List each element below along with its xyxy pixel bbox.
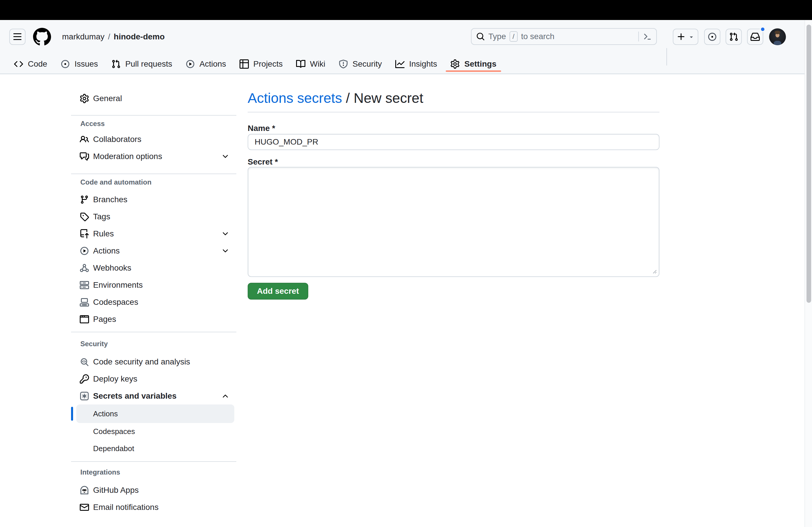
github-logo[interactable]: [33, 28, 51, 46]
title-divider: [248, 112, 659, 112]
actions-secrets-link[interactable]: Actions secrets: [248, 90, 342, 106]
three-bars-icon: [13, 32, 22, 42]
sidebar-item-code-security[interactable]: Code security and analysis: [71, 353, 236, 370]
browser-icon: [80, 315, 89, 324]
search-placeholder-prefix: Type: [488, 32, 506, 41]
repo-tab-nav: Code Issues Pull requests Actions Projec…: [9, 55, 505, 74]
search-icon: [476, 32, 485, 41]
git-pull-request-icon: [729, 32, 738, 42]
scrollbar-track[interactable]: [804, 20, 812, 527]
git-pull-request-icon: [111, 59, 121, 69]
global-nav-menu-button[interactable]: [9, 29, 26, 45]
sidebar-item-secrets-and-variables[interactable]: Secrets and variables: [71, 387, 236, 404]
settings-sidebar: General Access Collaborators Moderation …: [71, 90, 236, 516]
secret-value-textarea[interactable]: [248, 167, 659, 277]
issues-dashboard-button[interactable]: [704, 29, 720, 45]
gear-icon: [450, 59, 460, 69]
tab-insights[interactable]: Insights: [391, 55, 442, 73]
sidebar-item-deploy-keys[interactable]: Deploy keys: [71, 370, 236, 387]
sidebar-item-rules[interactable]: Rules: [71, 225, 236, 242]
tab-security[interactable]: Security: [334, 55, 387, 73]
letterbox-top: [0, 0, 812, 20]
chevron-down-icon: [221, 152, 229, 161]
tab-projects[interactable]: Projects: [235, 55, 287, 73]
tab-code[interactable]: Code: [9, 55, 52, 73]
slash-key-icon: /: [509, 31, 518, 42]
sidebar-divider: [71, 174, 236, 174]
key-asterisk-icon: [80, 391, 89, 401]
sidebar-item-tags[interactable]: Tags: [71, 208, 236, 225]
tab-pull-requests[interactable]: Pull requests: [107, 55, 177, 73]
page-title: Actions secrets / New secret: [248, 90, 659, 107]
tag-icon: [80, 212, 89, 221]
sidebar-item-webhooks[interactable]: Webhooks: [71, 259, 236, 276]
github-mark-icon: [33, 28, 51, 46]
sidebar-item-actions[interactable]: Actions: [71, 242, 236, 259]
section-header-access: Access: [71, 119, 236, 129]
repo-push-icon: [80, 229, 89, 238]
sidebar-item-email-notifications[interactable]: Email notifications: [71, 499, 236, 516]
search-placeholder-suffix: to search: [521, 32, 554, 41]
chevron-up-icon: [221, 392, 229, 400]
codespaces-icon: [80, 298, 89, 307]
breadcrumb: markdumay / hinode-demo: [62, 29, 165, 45]
pull-requests-dashboard-button[interactable]: [726, 29, 742, 45]
codescan-icon: [80, 357, 89, 366]
sidebar-item-general[interactable]: General: [71, 90, 236, 107]
breadcrumb-owner[interactable]: markdumay: [62, 32, 104, 42]
chevron-down-icon: [221, 247, 229, 255]
sidebar-item-collaborators[interactable]: Collaborators: [71, 131, 236, 148]
table-icon: [240, 59, 249, 69]
key-icon: [80, 374, 89, 383]
tab-settings[interactable]: Settings: [446, 55, 501, 73]
play-icon: [186, 59, 195, 69]
sidebar-item-moderation-options[interactable]: Moderation options: [71, 148, 236, 165]
sidebar-divider: [71, 461, 236, 462]
triangle-down-icon: [688, 34, 695, 40]
people-icon: [80, 135, 89, 144]
tab-issues[interactable]: Issues: [56, 55, 103, 73]
server-icon: [80, 281, 89, 290]
graph-icon: [395, 59, 405, 69]
section-header-security: Security: [71, 339, 236, 349]
secret-name-input[interactable]: [248, 134, 659, 150]
search-divider: [638, 32, 639, 42]
sidebar-item-codespaces[interactable]: Codespaces: [71, 293, 236, 311]
notifications-button[interactable]: [747, 29, 763, 45]
mail-icon: [80, 503, 89, 512]
play-icon: [80, 246, 89, 256]
tab-wiki[interactable]: Wiki: [291, 55, 330, 73]
plus-icon: [677, 32, 686, 42]
sidebar-subitem-codespaces[interactable]: Codespaces: [71, 423, 236, 440]
git-branch-icon: [80, 195, 89, 204]
breadcrumb-repo[interactable]: hinode-demo: [114, 32, 165, 42]
sidebar-item-branches[interactable]: Branches: [71, 191, 236, 208]
page-title-current: / New secret: [342, 90, 423, 106]
webhook-icon: [80, 264, 89, 273]
sidebar-subitem-actions-selected[interactable]: Actions: [76, 404, 234, 423]
name-label: Name *: [248, 123, 659, 133]
book-icon: [296, 59, 305, 69]
issue-opened-icon: [61, 59, 70, 69]
create-new-button[interactable]: [673, 29, 698, 45]
section-header-code-automation: Code and automation: [71, 177, 236, 187]
code-icon: [14, 59, 23, 69]
add-secret-button[interactable]: Add secret: [248, 283, 308, 300]
comment-discussion-icon: [80, 152, 89, 161]
scrollbar-thumb[interactable]: [807, 25, 811, 303]
sidebar-item-environments[interactable]: Environments: [71, 276, 236, 293]
command-palette-icon[interactable]: [643, 32, 652, 41]
sidebar-subitem-dependabot[interactable]: Dependabot: [71, 440, 236, 457]
tab-actions[interactable]: Actions: [181, 55, 231, 73]
sidebar-item-pages[interactable]: Pages: [71, 311, 236, 328]
issue-opened-icon: [708, 32, 717, 42]
shield-icon: [339, 59, 348, 69]
secret-label: Secret *: [248, 157, 659, 167]
sidebar-item-github-apps[interactable]: GitHub Apps: [71, 482, 236, 499]
search-input[interactable]: Type / to search: [471, 28, 657, 45]
user-avatar[interactable]: [769, 28, 786, 45]
main-content: Actions secrets / New secret Name * Secr…: [248, 90, 659, 300]
chevron-down-icon: [221, 230, 229, 238]
breadcrumb-separator: /: [104, 32, 114, 42]
sidebar-divider: [71, 115, 236, 116]
